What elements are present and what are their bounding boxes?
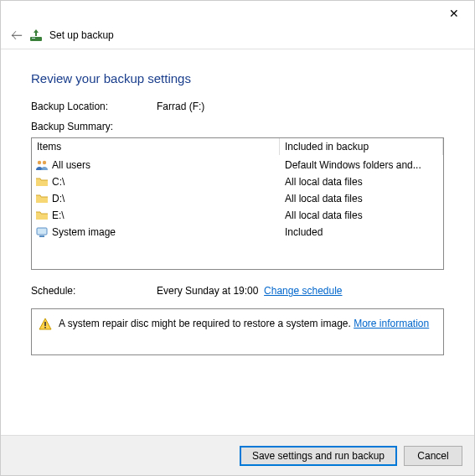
folder-icon bbox=[35, 209, 49, 222]
svg-rect-6 bbox=[44, 322, 46, 326]
column-items[interactable]: Items bbox=[32, 138, 280, 155]
item-included: All local data files bbox=[280, 210, 443, 221]
notice-text: A system repair disc might be required t… bbox=[59, 318, 429, 329]
list-header: Items Included in backup bbox=[32, 138, 443, 155]
page-heading: Review your backup settings bbox=[31, 71, 444, 85]
svg-rect-0 bbox=[30, 37, 42, 41]
svg-rect-7 bbox=[44, 327, 46, 329]
item-included: All local data files bbox=[280, 176, 443, 188]
list-item[interactable]: D:\ All local data files bbox=[32, 190, 443, 207]
svg-rect-4 bbox=[37, 228, 47, 235]
list-body: All users Default Windows folders and...… bbox=[32, 155, 443, 241]
column-included[interactable]: Included in backup bbox=[280, 138, 443, 155]
svg-point-3 bbox=[43, 161, 46, 164]
schedule-row: Schedule: Every Sunday at 19:00 Change s… bbox=[31, 285, 444, 297]
notice-box: A system repair disc might be required t… bbox=[31, 308, 444, 355]
warning-icon bbox=[39, 318, 52, 331]
cancel-button[interactable]: Cancel bbox=[404, 446, 462, 466]
schedule-label: Schedule: bbox=[31, 285, 157, 297]
item-included: Default Windows folders and... bbox=[280, 159, 443, 171]
item-name: All users bbox=[52, 159, 90, 171]
list-item[interactable]: C:\ All local data files bbox=[32, 173, 443, 190]
titlebar: ✕ bbox=[1, 1, 474, 26]
summary-listbox: Items Included in backup All users Defau… bbox=[31, 137, 444, 270]
item-name: E:\ bbox=[52, 210, 65, 221]
svg-rect-1 bbox=[32, 38, 35, 39]
svg-rect-5 bbox=[39, 235, 44, 237]
content-area: Review your backup settings Backup Locat… bbox=[1, 49, 474, 355]
backup-location-row: Backup Location: Farrad (F:) bbox=[31, 101, 444, 112]
item-name: C:\ bbox=[52, 176, 65, 188]
item-included: All local data files bbox=[280, 193, 443, 204]
folder-icon bbox=[35, 175, 49, 189]
folder-icon bbox=[35, 192, 49, 205]
change-schedule-link[interactable]: Change schedule bbox=[264, 285, 342, 297]
wizard-icon bbox=[29, 28, 43, 42]
item-name: D:\ bbox=[52, 193, 65, 204]
item-name: System image bbox=[52, 226, 116, 238]
footer: Save settings and run backup Cancel bbox=[1, 435, 474, 475]
list-item[interactable]: System image Included bbox=[32, 224, 443, 241]
users-icon bbox=[35, 158, 49, 172]
wizard-title: Set up backup bbox=[49, 29, 114, 41]
backup-summary-label: Backup Summary: bbox=[31, 121, 444, 132]
back-button[interactable]: 🡠 bbox=[11, 28, 23, 42]
save-and-run-button[interactable]: Save settings and run backup bbox=[240, 446, 397, 466]
system-image-icon bbox=[35, 225, 49, 239]
close-button[interactable]: ✕ bbox=[444, 7, 464, 20]
item-included: Included bbox=[280, 226, 443, 238]
schedule-value: Every Sunday at 19:00 Change schedule bbox=[157, 285, 343, 297]
list-item[interactable]: All users Default Windows folders and... bbox=[32, 157, 443, 173]
svg-point-2 bbox=[38, 161, 41, 164]
nav-row: 🡠 Set up backup bbox=[1, 26, 474, 49]
backup-location-value: Farrad (F:) bbox=[157, 101, 204, 112]
backup-location-label: Backup Location: bbox=[31, 101, 157, 112]
list-item[interactable]: E:\ All local data files bbox=[32, 207, 443, 224]
more-information-link[interactable]: More information bbox=[354, 318, 429, 329]
